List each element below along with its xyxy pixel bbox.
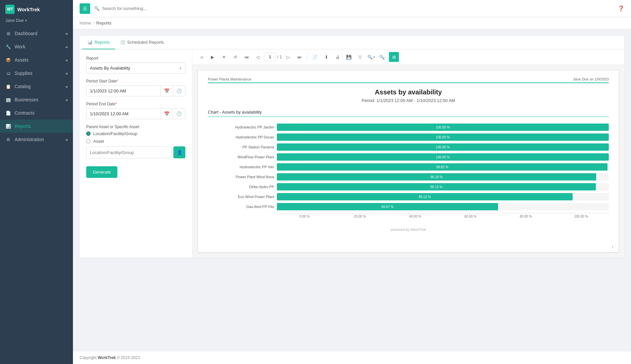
period-end-time-btn[interactable]: 🕐 [173, 109, 185, 119]
export-btn[interactable]: ⬇ [321, 52, 331, 62]
bar-fill: 100.00 % [277, 153, 609, 161]
sidebar-item-contracts[interactable]: 📄 Contracts [0, 106, 73, 120]
help-icon[interactable]: ❓ [618, 5, 624, 12]
bar-track: 100.00 % [277, 143, 609, 151]
period-start-time-btn[interactable]: 🕐 [173, 86, 185, 96]
x-tick: 80.00 % [498, 215, 553, 218]
report-type-label: Report [86, 56, 185, 61]
user-name: Jane Doe [5, 18, 24, 23]
sidebar-item-dashboard[interactable]: ⊞ Dashboard ◀ [0, 27, 73, 40]
page-number: 1 [611, 245, 613, 249]
user-menu[interactable]: Jane Doe ▾ [0, 17, 73, 27]
main-panel: 📊 Reports 🕐 Scheduled Reports Report Ass… [80, 36, 624, 258]
parent-asset-label: Parent Asset or Specific Asset [86, 125, 185, 129]
bar-fill: 96.18 % [277, 173, 596, 181]
radio-location-input[interactable] [86, 131, 91, 136]
location-input[interactable] [86, 146, 171, 158]
sidebar-item-administration[interactable]: ⚙ Administration ◀ [0, 133, 73, 146]
logo: WT WorkTrek [0, 0, 73, 17]
report-type-select[interactable]: Assets By Availability [86, 63, 185, 74]
bar-label: PP Station Panama [208, 145, 274, 149]
period-end-calendar-btn[interactable]: 📅 [160, 109, 173, 119]
sidebar-label-catalog: Catalog [15, 84, 31, 89]
filter-btn[interactable]: ▽ [355, 52, 365, 62]
sidebar-item-supplies[interactable]: 🗂 Supplies ◀ [0, 67, 73, 80]
tab-scheduled[interactable]: 🕐 Scheduled Reports [115, 36, 169, 49]
chart-bar-row: Hydroelectric PP Vier 99.65 % [208, 163, 609, 171]
tab-reports[interactable]: 📊 Reports [82, 36, 115, 49]
radio-asset-item[interactable]: Asset [86, 139, 185, 144]
page-setup-btn[interactable]: 📄 [310, 52, 320, 62]
sidebar-item-reports[interactable]: 📊 Reports [0, 120, 73, 133]
radio-asset-input[interactable] [86, 139, 91, 143]
sidebar-item-businesses[interactable]: 🏢 Businesses ◀ [0, 93, 73, 106]
print-btn[interactable]: 🖨 [333, 52, 343, 62]
save-btn[interactable]: 💾 [344, 52, 354, 62]
bar-value: 66.67 % [381, 205, 394, 209]
logo-icon: WT [5, 5, 15, 14]
bar-fill: 66.67 % [277, 203, 498, 210]
chart-x-axis: 0.00 %20.00 %40.00 %60.00 %80.00 %100.00… [277, 213, 609, 218]
prev-page-btn[interactable]: ◀ [196, 52, 206, 62]
sidebar-item-left-work: 🔧 Work [5, 44, 25, 49]
sidebar-chevron-work: ◀ [65, 45, 68, 49]
bar-label: Gas-fired PP Fito [208, 205, 274, 209]
sidebar-icon-catalog: 📋 [5, 84, 11, 89]
location-picker-btn[interactable]: 👤 [173, 146, 185, 158]
x-tick: 0.00 % [277, 215, 332, 218]
bar-value: 96.13 % [430, 185, 443, 189]
bar-label: Power Plant Wind Nova [208, 175, 274, 179]
bar-fill: 96.13 % [277, 183, 596, 190]
panel-body: Report Assets By Availability ▼ Period S… [80, 49, 624, 258]
footer: Copyright WorkTrek © 2015-2023 [73, 351, 631, 364]
menu-button[interactable]: ☰ [80, 3, 90, 14]
tab-icon-reports: 📊 [88, 40, 93, 45]
sidebar-item-work[interactable]: 🔧 Work ◀ [0, 40, 73, 53]
tabs: 📊 Reports 🕐 Scheduled Reports [80, 36, 624, 49]
bar-track: 100.00 % [277, 153, 609, 161]
sidebar-label-contracts: Contracts [15, 110, 34, 116]
search-icon: 🔍 [94, 6, 99, 11]
next-btn[interactable]: ▷ [283, 52, 293, 62]
bar-chart: Hydroelectric PP Jardim 100.00 % Hydroel… [208, 121, 609, 221]
chart-bar-row: WindFlow Power Plant 100.00 % [208, 153, 609, 161]
breadcrumb-home[interactable]: Home [80, 21, 91, 26]
sidebar-item-assets[interactable]: 📦 Assets ◀ [0, 53, 73, 67]
first-page-btn[interactable]: ⏮ [241, 52, 251, 62]
radio-location-item[interactable]: Location/Facility/Group [86, 131, 185, 136]
toolbar-sep-1 [307, 54, 307, 60]
zoom-out-btn[interactable]: 🔍- [378, 52, 388, 62]
last-page-btn[interactable]: ⏭ [294, 52, 304, 62]
sidebar-item-left-reports: 📊 Reports [5, 124, 31, 129]
report-footer: powered by WorkTrek [208, 228, 609, 232]
prev-btn[interactable]: ◁ [253, 52, 263, 62]
sidebar-label-reports: Reports [15, 124, 31, 129]
next-page-btn[interactable]: ▶ [208, 52, 218, 62]
report-type-select-wrapper: Assets By Availability ▼ [86, 63, 185, 74]
view-mode-btn[interactable]: ⊞ [389, 52, 399, 62]
sidebar-chevron-assets: ◀ [65, 58, 68, 62]
period-start-input[interactable] [87, 86, 160, 96]
generate-button[interactable]: Generate [86, 166, 117, 178]
zoom-in-btn[interactable]: 🔍+ [366, 52, 376, 62]
sidebar-chevron-supplies: ◀ [65, 72, 68, 75]
page-current-input[interactable] [264, 53, 276, 61]
close-btn[interactable]: ✕ [219, 52, 229, 62]
sidebar-item-catalog[interactable]: 📋 Catalog ◀ [0, 80, 73, 93]
refresh-btn[interactable]: ↺ [230, 52, 240, 62]
bar-value: 100.00 % [436, 145, 450, 149]
search-input[interactable] [102, 6, 614, 11]
period-end-group: Period End Date* 📅 🕐 [86, 102, 185, 119]
sidebar-item-left-businesses: 🏢 Businesses [5, 97, 38, 102]
sidebar-label-work: Work [15, 44, 25, 49]
period-end-input[interactable] [87, 109, 160, 119]
sidebar-label-supplies: Supplies [15, 71, 32, 76]
period-start-calendar-btn[interactable]: 📅 [160, 86, 173, 96]
sidebar-icon-reports: 📊 [5, 124, 11, 129]
report-page: Power Plants Maintenance Jane Doe on 1/9… [198, 70, 619, 252]
chart-bar-row: Power Plant Wind Nova 96.18 % [208, 173, 609, 181]
tab-label-reports: Reports [95, 40, 110, 45]
tab-label-scheduled: Scheduled Reports [127, 40, 164, 45]
x-tick: 60.00 % [443, 215, 498, 218]
report-viewer: ◀ ▶ ✕ ↺ ⏮ ◁ / 1 ▷ ⏭ 📄 [192, 49, 624, 258]
